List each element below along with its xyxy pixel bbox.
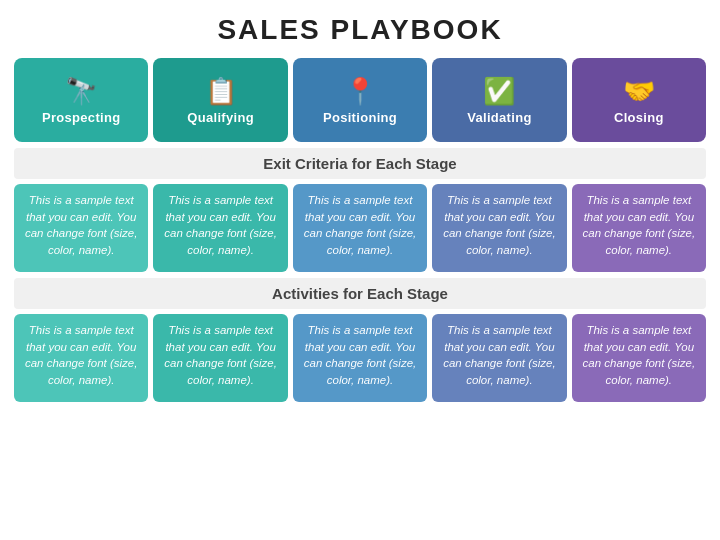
stage-card-qualifying: 📋 Qualifying (153, 58, 287, 142)
activities-text-positioning: This is a sample text that you can edit.… (301, 322, 419, 389)
exit-criteria-text-qualifying: This is a sample text that you can edit.… (161, 192, 279, 259)
prospecting-label: Prospecting (42, 110, 120, 125)
activities-cell-positioning[interactable]: This is a sample text that you can edit.… (293, 314, 427, 402)
exit-criteria-row: This is a sample text that you can edit.… (14, 184, 706, 272)
activities-cell-prospecting[interactable]: This is a sample text that you can edit.… (14, 314, 148, 402)
qualifying-icon: 📋 (205, 78, 237, 104)
validating-label: Validating (467, 110, 531, 125)
stage-card-prospecting: 🔭 Prospecting (14, 58, 148, 142)
exit-criteria-cell-prospecting[interactable]: This is a sample text that you can edit.… (14, 184, 148, 272)
activities-text-closing: This is a sample text that you can edit.… (580, 322, 698, 389)
closing-label: Closing (614, 110, 664, 125)
exit-criteria-text-prospecting: This is a sample text that you can edit.… (22, 192, 140, 259)
exit-criteria-cell-validating[interactable]: This is a sample text that you can edit.… (432, 184, 566, 272)
stage-card-positioning: 📍 Positioning (293, 58, 427, 142)
activities-cell-validating[interactable]: This is a sample text that you can edit.… (432, 314, 566, 402)
positioning-label: Positioning (323, 110, 397, 125)
page-title: SALES PLAYBOOK (14, 14, 706, 46)
exit-criteria-text-positioning: This is a sample text that you can edit.… (301, 192, 419, 259)
exit-criteria-cell-positioning[interactable]: This is a sample text that you can edit.… (293, 184, 427, 272)
activities-header: Activities for Each Stage (14, 278, 706, 309)
activities-row: This is a sample text that you can edit.… (14, 314, 706, 402)
positioning-icon: 📍 (344, 78, 376, 104)
activities-text-qualifying: This is a sample text that you can edit.… (161, 322, 279, 389)
exit-criteria-cell-closing[interactable]: This is a sample text that you can edit.… (572, 184, 706, 272)
validating-icon: ✅ (483, 78, 515, 104)
page: SALES PLAYBOOK 🔭 Prospecting 📋 Qualifyin… (0, 0, 720, 540)
activities-text-prospecting: This is a sample text that you can edit.… (22, 322, 140, 389)
stages-row: 🔭 Prospecting 📋 Qualifying 📍 Positioning… (14, 58, 706, 142)
qualifying-label: Qualifying (187, 110, 254, 125)
exit-criteria-text-closing: This is a sample text that you can edit.… (580, 192, 698, 259)
exit-criteria-header: Exit Criteria for Each Stage (14, 148, 706, 179)
stage-card-validating: ✅ Validating (432, 58, 566, 142)
activities-cell-qualifying[interactable]: This is a sample text that you can edit.… (153, 314, 287, 402)
exit-criteria-cell-qualifying[interactable]: This is a sample text that you can edit.… (153, 184, 287, 272)
activities-text-validating: This is a sample text that you can edit.… (440, 322, 558, 389)
closing-icon: 🤝 (623, 78, 655, 104)
stage-card-closing: 🤝 Closing (572, 58, 706, 142)
exit-criteria-text-validating: This is a sample text that you can edit.… (440, 192, 558, 259)
activities-cell-closing[interactable]: This is a sample text that you can edit.… (572, 314, 706, 402)
prospecting-icon: 🔭 (65, 78, 97, 104)
